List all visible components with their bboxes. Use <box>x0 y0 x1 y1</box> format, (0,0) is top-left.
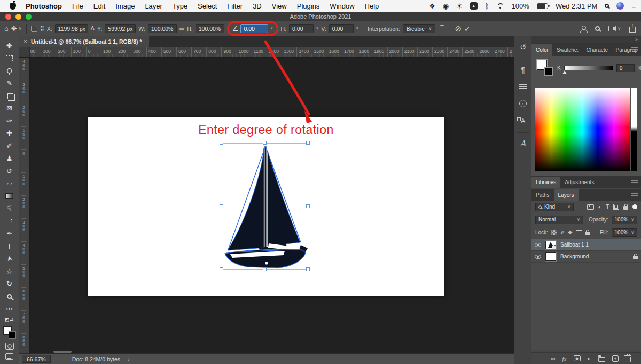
workspace-switcher[interactable]: ∨ <box>608 26 621 31</box>
clone-stamp-tool[interactable]: ♟ <box>2 153 17 164</box>
h-skew-field[interactable]: 0.00 <box>289 24 314 33</box>
path-selection-tool[interactable]: ➤ <box>2 253 17 265</box>
creative-cloud-icon[interactable]: ◉ <box>443 3 449 10</box>
rotation-angle-field[interactable]: 0.00 <box>240 24 268 33</box>
transform-handle-top-center[interactable] <box>263 141 267 145</box>
panel-menu-icon[interactable] <box>631 179 638 184</box>
quick-selection-tool[interactable]: ✎ <box>2 77 17 89</box>
color-spectrum[interactable] <box>535 88 630 171</box>
wifi-icon[interactable] <box>497 3 504 9</box>
tab-swatches[interactable]: Swatche: <box>552 44 582 56</box>
relative-position-toggle[interactable]: Δ <box>91 26 95 31</box>
siri-icon[interactable] <box>616 2 624 10</box>
menu-plugins[interactable]: Plugins <box>297 2 320 10</box>
history-brush-tool[interactable]: ↺ <box>2 165 17 177</box>
layer-name[interactable]: Sailboat 1 1 <box>560 242 589 248</box>
filter-smart-objects-icon[interactable] <box>623 206 628 210</box>
lock-transparent-pixels-icon[interactable] <box>551 230 557 235</box>
panel-menu-icon[interactable] <box>631 192 638 197</box>
transform-handle-bottom-right[interactable] <box>306 267 310 271</box>
smudge-tool[interactable]: ☟ <box>2 203 17 215</box>
dodge-tool[interactable]: ♩ <box>2 215 17 227</box>
edit-toolbar-button[interactable]: ⋯ <box>2 303 17 315</box>
menu-3d[interactable]: 3D <box>253 2 262 10</box>
add-layer-mask-icon[interactable] <box>574 355 581 361</box>
type-tool[interactable]: T <box>2 240 17 252</box>
lock-all-icon[interactable] <box>585 232 590 235</box>
swap-colors-icon[interactable]: ◩⇄ <box>4 317 14 322</box>
reference-point-locator[interactable]: ⣿ <box>40 26 44 31</box>
dropbox-icon[interactable]: ❖ <box>429 3 435 10</box>
tab-adjustments[interactable]: Adjustments <box>560 177 598 188</box>
properties-panel-icon[interactable] <box>517 81 529 92</box>
menu-image[interactable]: Image <box>115 2 135 10</box>
bluetooth-icon[interactable]: ᛒ <box>485 3 489 10</box>
control-center-icon[interactable]: ≡ <box>631 3 636 10</box>
document-canvas[interactable]: Enter degree of rotation <box>88 117 444 296</box>
share-icon[interactable] <box>629 27 636 33</box>
history-panel-icon[interactable]: ↺ <box>517 42 529 52</box>
pen-tool[interactable]: ✒ <box>2 228 17 240</box>
glyphs-panel-icon[interactable]: A <box>517 115 529 126</box>
spotlight-icon[interactable] <box>605 4 609 8</box>
layer-row-background[interactable]: Background <box>531 251 641 263</box>
settings-icon[interactable]: ☀ <box>456 3 463 10</box>
link-layers-icon[interactable]: ∞ <box>551 353 556 364</box>
opacity-select[interactable]: 100% ∨ <box>612 216 637 224</box>
gradient-tool[interactable] <box>2 190 17 202</box>
filter-shape-layers-icon[interactable] <box>613 204 619 210</box>
filter-adjustment-layers-icon[interactable]: ◐ <box>598 204 601 210</box>
fill-select[interactable]: 100% ∨ <box>612 228 637 237</box>
custom-shape-tool[interactable]: ☆ <box>2 265 17 277</box>
y-position-field[interactable]: 599.92 px <box>105 24 136 33</box>
new-adjustment-layer-icon[interactable]: ◐ <box>588 353 591 364</box>
lasso-tool[interactable]: Ϙ <box>2 65 17 76</box>
filter-toggle-pin[interactable] <box>632 204 637 209</box>
crop-tool[interactable] <box>2 90 17 101</box>
new-layer-icon[interactable]: + <box>612 355 619 362</box>
menu-layer[interactable]: Layer <box>145 2 162 10</box>
zoom-level-field[interactable]: 66.67% <box>22 355 51 363</box>
horizontal-scrollbar-thumb[interactable] <box>53 351 72 353</box>
menu-filter[interactable]: Filter <box>227 2 243 10</box>
transform-handle-top-right[interactable] <box>306 141 310 145</box>
menu-window[interactable]: Window <box>330 2 354 10</box>
new-group-icon[interactable] <box>598 357 605 362</box>
width-field[interactable]: 100.00% <box>148 24 177 33</box>
layer-name[interactable]: Background <box>560 254 589 259</box>
rectangular-marquee-tool[interactable] <box>2 52 17 64</box>
transform-handle-top-left[interactable] <box>220 141 223 145</box>
v-skew-field[interactable]: 0.00 <box>329 24 354 33</box>
eyedropper-tool[interactable]: ✑ <box>2 115 17 126</box>
filter-pixel-layers-icon[interactable] <box>587 204 594 210</box>
interpolation-select[interactable]: Bicubic ∨ <box>403 24 436 33</box>
screen-mode-button[interactable] <box>5 353 13 360</box>
brush-tool[interactable]: ✐ <box>2 140 17 152</box>
character-panel-icon[interactable]: A <box>517 132 529 148</box>
maintain-aspect-ratio-icon[interactable]: ∞ <box>179 25 184 32</box>
document-tab[interactable]: × Untitled-1 @ 66.7% (Sailboat 1 1, RGB/… <box>19 36 149 47</box>
panel-color-swatches[interactable] <box>537 60 553 76</box>
menu-photoshop[interactable]: Photoshop <box>26 2 62 10</box>
x-position-field[interactable]: 1199.98 px <box>55 24 88 33</box>
background-lock-icon[interactable] <box>633 256 638 259</box>
k-slider-thumb[interactable] <box>562 70 567 74</box>
transform-handle-middle-right[interactable] <box>306 204 310 208</box>
panel-menu-icon[interactable] <box>631 46 638 51</box>
zoom-tool[interactable] <box>2 290 17 302</box>
layer-thumbnail[interactable] <box>545 252 556 261</box>
layer-thumbnail[interactable] <box>545 241 556 249</box>
foreground-background-swatches[interactable] <box>3 326 16 339</box>
layer-visibility-eye-icon[interactable] <box>535 243 541 247</box>
background-color-swatch[interactable] <box>544 67 553 76</box>
menu-type[interactable]: Type <box>173 2 187 10</box>
info-panel-icon[interactable] <box>517 98 529 109</box>
transform-bounding-box[interactable] <box>222 143 308 270</box>
tab-paths[interactable]: Paths <box>531 189 554 201</box>
layer-visibility-eye-icon[interactable] <box>535 255 541 259</box>
eraser-tool[interactable]: ▱ <box>2 178 17 189</box>
rotate-view-tool[interactable]: ↻ <box>2 278 17 290</box>
search-icon[interactable] <box>595 26 600 31</box>
tool-preset-icon[interactable]: ✥ ∨ <box>11 25 22 32</box>
home-icon[interactable]: ⌂ <box>4 25 9 32</box>
